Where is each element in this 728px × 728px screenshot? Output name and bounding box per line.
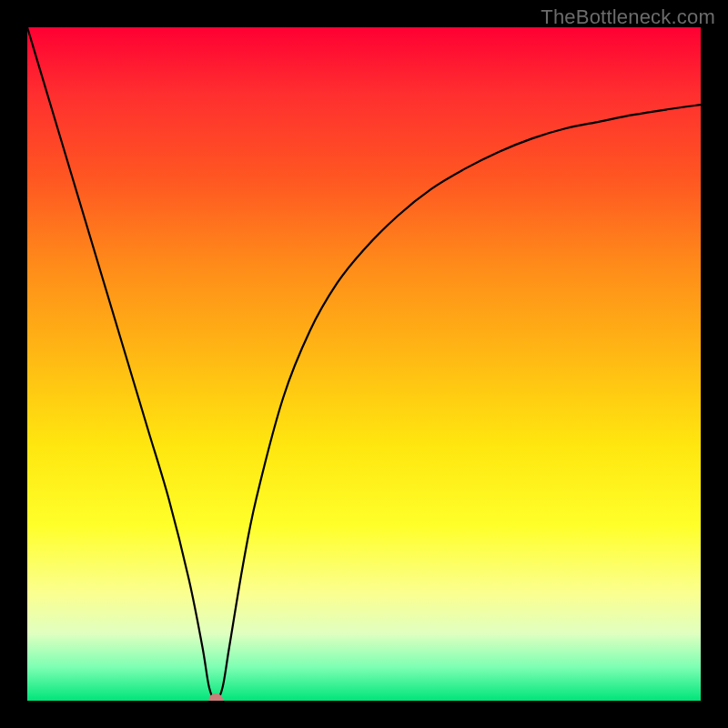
bottleneck-curve: [27, 27, 701, 701]
chart-svg: [27, 27, 701, 701]
marker-dot: [208, 693, 223, 701]
watermark-text: TheBottleneck.com: [541, 5, 715, 29]
chart-frame: TheBottleneck.com: [0, 0, 728, 728]
plot-area: [27, 27, 701, 701]
